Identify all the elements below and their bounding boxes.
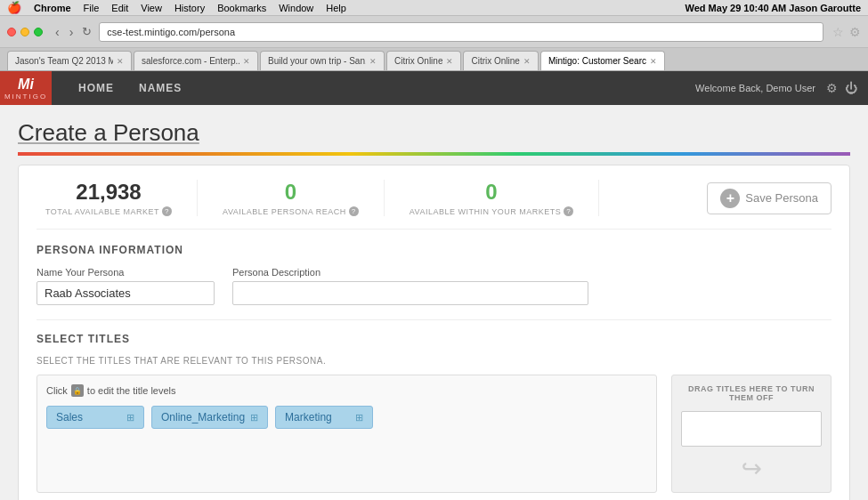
stat-within-markets: 0 AVAILABLE WITHIN YOUR MARKETS ? xyxy=(385,180,600,216)
address-text: cse-test.mintigo.com/persona xyxy=(107,27,235,37)
tab-5-close[interactable]: ✕ xyxy=(523,57,531,66)
app-header: Mi MINTIGO HOME NAMES Welcome Back, Demo… xyxy=(0,71,868,105)
stat-total-number: 21,938 xyxy=(76,180,141,205)
menu-bookmarks[interactable]: Bookmarks xyxy=(217,3,266,13)
persona-form-row: Name Your Persona Persona Description xyxy=(37,267,831,305)
tab-6-label: Mintigo: Customer Search... xyxy=(548,56,646,66)
titles-left-header: Click 🔒 to edit the title levels xyxy=(46,384,647,397)
menu-file[interactable]: File xyxy=(84,3,100,13)
undo-arrow-icon[interactable]: ↩ xyxy=(742,454,762,483)
app-name: Chrome xyxy=(34,3,71,13)
close-button[interactable] xyxy=(7,28,16,36)
chip-marketing-label: Marketing xyxy=(285,411,332,423)
os-menubar: 🍎 Chrome File Edit View History Bookmark… xyxy=(0,0,868,16)
forward-button[interactable]: › xyxy=(66,23,77,41)
tab-3-close[interactable]: ✕ xyxy=(369,57,377,66)
stat-within-number: 0 xyxy=(485,180,497,205)
desc-label: Persona Description xyxy=(232,267,588,278)
tab-4-close[interactable]: ✕ xyxy=(446,57,453,66)
titles-right-panel: DRAG TITLES HERE TO TURN THEM OFF ↩ xyxy=(671,375,831,493)
info-icon-total[interactable]: ? xyxy=(162,206,172,216)
tab-1-close[interactable]: ✕ xyxy=(117,57,124,66)
chip-sales-icon: ⊞ xyxy=(126,412,134,423)
nav-links: HOME NAMES xyxy=(66,82,194,94)
tab-6[interactable]: Mintigo: Customer Search... ✕ xyxy=(540,51,665,70)
persona-info-section-title: PERSONA INFORMATION xyxy=(37,244,831,256)
click-text: Click xyxy=(46,385,68,396)
tab-4[interactable]: Citrix Online ✕ xyxy=(386,51,461,70)
logo-text: Mi xyxy=(18,77,34,93)
chip-online-marketing[interactable]: Online_Marketing ⊞ xyxy=(151,406,268,429)
divider xyxy=(37,319,831,320)
tab-3-label: Build your own trip - San... xyxy=(268,56,366,66)
color-bar xyxy=(18,152,850,156)
tab-2-label: salesforce.com - Enterp... xyxy=(142,56,239,66)
tab-1[interactable]: Jason's Team Q2 2013 Mi... ✕ xyxy=(7,51,132,70)
stat-total-market: 21,938 TOTAL AVAILABLE MARKET ? xyxy=(37,180,198,216)
system-info: Wed May 29 10:40 AM Jason Garoutte xyxy=(685,3,861,13)
page-title: Create a Persona xyxy=(18,119,850,147)
nav-names[interactable]: NAMES xyxy=(126,82,194,94)
save-persona-label: Save Persona xyxy=(745,191,818,205)
settings-header-icon[interactable]: ⚙ xyxy=(826,81,838,95)
info-icon-reach[interactable]: ? xyxy=(349,206,359,216)
welcome-text: Welcome Back, Demo User xyxy=(695,83,815,93)
nav-home[interactable]: HOME xyxy=(66,82,126,94)
tab-6-close[interactable]: ✕ xyxy=(650,57,657,66)
menu-history[interactable]: History xyxy=(174,3,205,13)
persona-name-input[interactable] xyxy=(37,281,215,305)
tab-4-label: Citrix Online xyxy=(394,56,442,66)
desc-form-group: Persona Description xyxy=(232,267,588,305)
menu-view[interactable]: View xyxy=(141,3,162,13)
chip-sales-label: Sales xyxy=(56,411,83,423)
name-form-group: Name Your Persona xyxy=(37,267,215,305)
main-content: Create a Persona 21,938 TOTAL AVAILABLE … xyxy=(0,105,868,500)
chip-marketing[interactable]: Marketing ⊞ xyxy=(275,406,373,429)
stat-within-label: AVAILABLE WITHIN YOUR MARKETS ? xyxy=(410,206,574,216)
drop-area[interactable] xyxy=(681,411,822,447)
apple-menu[interactable]: 🍎 xyxy=(7,1,21,14)
chip-sales[interactable]: Sales ⊞ xyxy=(46,406,144,429)
logo-block[interactable]: Mi MINTIGO xyxy=(0,71,52,105)
menu-help[interactable]: Help xyxy=(326,3,346,13)
power-icon[interactable]: ⏻ xyxy=(845,81,857,95)
menu-edit[interactable]: Edit xyxy=(111,3,128,13)
chip-online-marketing-icon: ⊞ xyxy=(250,412,258,423)
tab-1-label: Jason's Team Q2 2013 Mi... xyxy=(15,56,113,66)
name-label: Name Your Persona xyxy=(37,267,215,278)
star-icon[interactable]: ☆ xyxy=(832,25,844,39)
traffic-lights xyxy=(7,28,43,36)
tab-5[interactable]: Citrix Online ✕ xyxy=(463,51,538,70)
titles-left-panel: Click 🔒 to edit the title levels Sales ⊞… xyxy=(37,375,657,493)
header-right: Welcome Back, Demo User ⚙ ⏻ xyxy=(695,81,857,95)
save-persona-button[interactable]: + Save Persona xyxy=(707,182,831,214)
persona-desc-input[interactable] xyxy=(232,281,588,305)
minimize-button[interactable] xyxy=(20,28,29,36)
settings-icon[interactable]: ⚙ xyxy=(849,25,861,39)
logo-sub: MINTIGO xyxy=(4,93,47,101)
select-titles-subtitle: SELECT THE TITLES THAT ARE RELEVANT TO T… xyxy=(37,356,831,366)
edit-level-text: to edit the title levels xyxy=(87,385,176,396)
back-button[interactable]: ‹ xyxy=(52,23,63,41)
header-icons: ⚙ ⏻ xyxy=(826,81,857,95)
address-bar[interactable]: cse-test.mintigo.com/persona xyxy=(99,22,823,42)
maximize-button[interactable] xyxy=(34,28,43,36)
select-titles-section: SELECT TITLES SELECT THE TITLES THAT ARE… xyxy=(37,333,831,493)
lock-icon[interactable]: 🔒 xyxy=(71,384,84,397)
stat-reach-number: 0 xyxy=(285,180,296,205)
tab-2-close[interactable]: ✕ xyxy=(243,57,250,66)
chip-online-marketing-label: Online_Marketing xyxy=(161,411,245,423)
info-icon-within[interactable]: ? xyxy=(564,206,573,216)
stat-reach-label: AVAILABLE PERSONA REACH ? xyxy=(223,206,359,216)
tab-3[interactable]: Build your own trip - San... ✕ xyxy=(260,51,385,70)
stat-persona-reach: 0 AVAILABLE PERSONA REACH ? xyxy=(198,180,385,216)
reload-button[interactable]: ↻ xyxy=(82,25,92,38)
stats-row: 21,938 TOTAL AVAILABLE MARKET ? 0 AVAILA… xyxy=(37,180,831,230)
main-card: 21,938 TOTAL AVAILABLE MARKET ? 0 AVAILA… xyxy=(18,165,850,500)
browser-tabs: Jason's Team Q2 2013 Mi... ✕ salesforce.… xyxy=(0,48,868,71)
menu-window[interactable]: Window xyxy=(279,3,313,13)
title-chips: Sales ⊞ Online_Marketing ⊞ Marketing ⊞ xyxy=(46,406,647,429)
menu-items: File Edit View History Bookmarks Window … xyxy=(84,3,346,13)
tab-2[interactable]: salesforce.com - Enterp... ✕ xyxy=(134,51,258,70)
chip-marketing-icon: ⊞ xyxy=(355,412,363,423)
